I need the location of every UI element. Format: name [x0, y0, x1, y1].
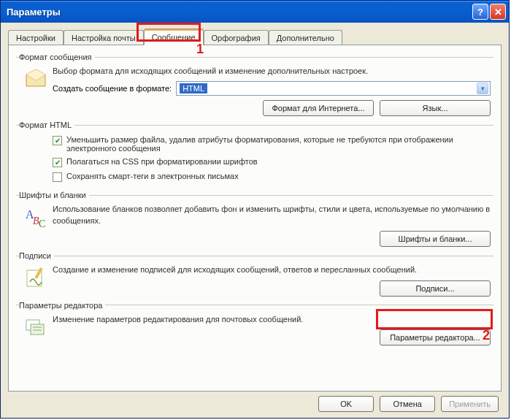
checkbox-css-fonts[interactable]: ✔	[53, 158, 62, 167]
fonts-stationery-button[interactable]: Шрифты и бланки...	[380, 231, 491, 247]
signatures-button[interactable]: Подписи...	[380, 280, 491, 297]
tab-label: Орфография	[212, 34, 261, 42]
close-icon: ✕	[494, 7, 502, 18]
cancel-button[interactable]: Отмена	[380, 396, 435, 412]
fonts-desc: Использование бланков позволяет добавить…	[53, 204, 491, 226]
svg-rect-8	[31, 324, 44, 335]
tab-panel-message: Формат сообщения Выбор формата для исход…	[8, 45, 502, 392]
checkbox-label: Сохранять смарт-теги в электронных письм…	[66, 172, 239, 180]
button-label: Подписи...	[415, 284, 454, 293]
button-label: Шрифты и бланки...	[399, 234, 472, 243]
group-message-format: Формат сообщения Выбор формата для исход…	[16, 53, 493, 118]
tab-advanced[interactable]: Дополнительно	[269, 30, 342, 45]
tab-label: Настройка почты	[72, 34, 136, 42]
tab-label: Настройки	[16, 34, 55, 42]
compose-format-value: HTML	[180, 83, 207, 93]
tab-label: Дополнительно	[277, 34, 334, 42]
compose-format-select[interactable]: HTML ▾	[176, 81, 491, 96]
tab-label: Сообщение	[152, 33, 196, 42]
signature-icon	[24, 266, 47, 289]
group-legend: Подписи	[19, 251, 54, 260]
envelope-icon	[24, 67, 47, 91]
titlebar: Параметры ? ✕	[1, 1, 509, 23]
editor-desc: Изменение параметров редактирования для …	[53, 314, 491, 325]
button-label: Формат для Интернета...	[272, 104, 364, 112]
button-label: Язык...	[423, 104, 448, 112]
svg-text:C: C	[39, 218, 45, 229]
options-dialog: Параметры ? ✕ Настройки Настройка почты …	[0, 0, 510, 419]
tab-strip: Настройки Настройка почты Сообщение Орфо…	[8, 28, 502, 45]
checkbox-label: Полагаться на CSS при форматировании шри…	[66, 157, 258, 166]
tab-settings[interactable]: Настройки	[8, 30, 64, 45]
checkbox-smart-tags[interactable]: ✔	[53, 172, 62, 182]
fonts-icon: ABC	[24, 205, 47, 229]
window-title: Параметры	[7, 7, 471, 18]
editor-icon	[24, 316, 47, 339]
help-button[interactable]: ?	[472, 4, 488, 20]
group-signatures: Подписи Создание и изменение подписей дл…	[16, 251, 493, 297]
chevron-down-icon: ▾	[477, 83, 488, 94]
group-legend: Параметры редактора	[19, 301, 105, 310]
checkbox-reduce-size[interactable]: ✔	[53, 136, 62, 145]
help-icon: ?	[477, 7, 483, 18]
button-label: OK	[340, 400, 352, 408]
group-fonts: Шрифты и бланки ABC Использование бланко…	[16, 191, 493, 248]
editor-options-button[interactable]: Параметры редактора...	[380, 329, 491, 345]
group-html-format: Формат HTML ✔ Уменьшить размер файла, уд…	[16, 121, 493, 188]
dialog-content: Настройки Настройка почты Сообщение Орфо…	[1, 23, 509, 418]
group-legend: Формат сообщения	[19, 53, 95, 61]
tab-mail-setup[interactable]: Настройка почты	[64, 30, 144, 45]
button-label: Параметры редактора...	[390, 333, 480, 342]
checkbox-label: Уменьшить размер файла, удалив атрибуты …	[66, 135, 491, 153]
message-format-desc: Выбор формата для исходящих сообщений и …	[53, 66, 491, 77]
dialog-footer: OK Отмена Применить	[8, 392, 502, 413]
signatures-desc: Создание и изменение подписей для исходя…	[53, 264, 491, 275]
language-button[interactable]: Язык...	[380, 100, 491, 116]
button-label: Отмена	[393, 400, 421, 408]
ok-button[interactable]: OK	[318, 396, 374, 412]
button-label: Применить	[449, 400, 491, 408]
tab-message[interactable]: Сообщение	[144, 28, 204, 45]
compose-format-label: Создать сообщение в формате:	[53, 84, 172, 93]
internet-format-button[interactable]: Формат для Интернета...	[263, 100, 374, 116]
group-legend: Шрифты и бланки	[19, 191, 89, 199]
tab-spelling[interactable]: Орфография	[204, 30, 269, 45]
apply-button[interactable]: Применить	[441, 396, 499, 412]
group-legend: Формат HTML	[19, 121, 74, 129]
group-editor: Параметры редактора Изменение параметров…	[16, 301, 493, 347]
close-button[interactable]: ✕	[490, 4, 506, 20]
